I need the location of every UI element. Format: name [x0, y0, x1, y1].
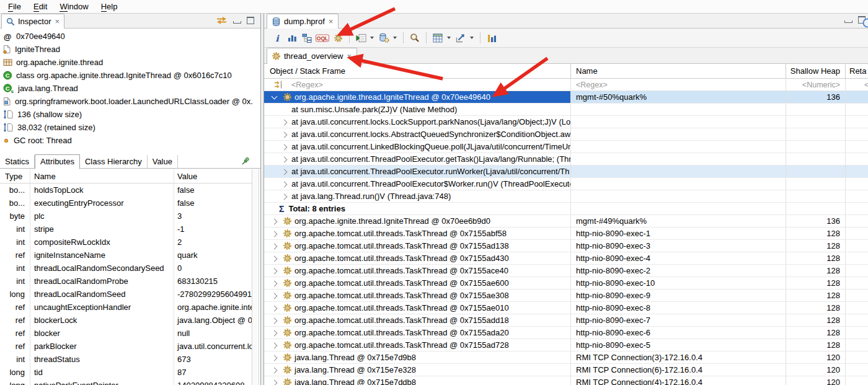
tab-statics[interactable]: Statics: [0, 155, 35, 169]
chevron-right-icon[interactable]: [272, 268, 278, 274]
chevron-right-icon[interactable]: [272, 367, 278, 373]
thread-row[interactable]: java.lang.Thread @ 0x715e7d9b8RMI TCP Co…: [264, 352, 868, 364]
stack-frame-row[interactable]: at java.util.concurrent.locks.LockSuppor…: [264, 116, 868, 128]
thread-row[interactable]: org.apache.tomcat.util.threads.TaskThrea…: [264, 339, 868, 352]
dropdown-arrow-icon[interactable]: [393, 37, 397, 39]
calculator-button[interactable]: [430, 30, 445, 45]
attribute-row[interactable]: bo...executingEntryProcessorfalse: [0, 197, 252, 210]
column-name[interactable]: Name: [571, 64, 786, 78]
dominator-tree-button[interactable]: [299, 30, 314, 45]
chevron-right-icon[interactable]: [272, 243, 278, 249]
chevron-right-icon[interactable]: [272, 218, 278, 224]
menu-window[interactable]: Window: [53, 0, 94, 13]
dropdown-arrow-icon[interactable]: [447, 37, 451, 39]
tab-inspector[interactable]: Inspector ×: [1, 14, 64, 29]
chevron-right-icon[interactable]: [272, 317, 278, 324]
thread-row[interactable]: org.apache.tomcat.util.threads.TaskThrea…: [264, 327, 868, 339]
chevron-right-icon[interactable]: [281, 156, 288, 162]
column-shallow-heap[interactable]: Shallow Heap: [786, 64, 846, 78]
attribute-row[interactable]: intthreadStatus673: [0, 353, 252, 366]
attribute-row[interactable]: intthreadLocalRandomSecondarySeed0: [0, 262, 252, 275]
menu-edit[interactable]: Edit: [27, 0, 53, 13]
info-button[interactable]: i: [270, 30, 285, 45]
maximize-icon[interactable]: [247, 17, 254, 24]
attribute-row[interactable]: longtid87: [0, 366, 252, 379]
chevron-right-icon[interactable]: [281, 169, 288, 175]
stack-frame-row[interactable]: at sun.misc.Unsafe.park(ZJ)V (Native Met…: [264, 104, 868, 116]
close-icon[interactable]: ×: [328, 18, 334, 25]
vertical-scrollbar[interactable]: [252, 169, 259, 385]
histogram-button[interactable]: [285, 30, 299, 45]
attribute-row[interactable]: intcompositeRwLockIdx2: [0, 236, 252, 249]
heap-dump-button[interactable]: [376, 30, 391, 45]
stack-frame-row[interactable]: at java.util.concurrent.ThreadPoolExecut…: [264, 166, 868, 178]
thread-overview-button[interactable]: [330, 30, 345, 45]
tab-value[interactable]: Value: [148, 155, 178, 169]
stack-frame-row[interactable]: at java.lang.Thread.run()V (Thread.java:…: [264, 190, 868, 203]
attribute-row[interactable]: refblockernull: [0, 327, 252, 340]
minimize-icon[interactable]: [844, 20, 852, 23]
compare-button[interactable]: [484, 30, 499, 45]
tab-class-hierarchy[interactable]: Class Hierarchy: [80, 155, 148, 169]
menu-file[interactable]: File: [2, 0, 27, 13]
thread-row[interactable]: java.lang.Thread @ 0x715e7e328RMI TCP Co…: [264, 364, 868, 376]
stack-frame-row[interactable]: at java.util.concurrent.locks.AbstractQu…: [264, 128, 868, 141]
chevron-right-icon[interactable]: [272, 231, 278, 237]
name-filter-input[interactable]: <Regex>: [571, 79, 786, 91]
chevron-right-icon[interactable]: [272, 330, 278, 336]
close-icon[interactable]: ×: [54, 18, 60, 25]
chevron-right-icon[interactable]: [281, 131, 288, 138]
tab-attributes[interactable]: Attributes: [35, 154, 80, 169]
chevron-right-icon[interactable]: [272, 379, 278, 385]
dropdown-arrow-icon[interactable]: [470, 37, 474, 39]
attribute-row[interactable]: longnativeParkEventPointer14020988432060…: [0, 379, 252, 385]
sync-icon[interactable]: [216, 16, 228, 25]
thread-row[interactable]: org.apache.tomcat.util.threads.TaskThrea…: [264, 314, 868, 327]
chevron-right-icon[interactable]: [281, 181, 288, 187]
thread-row[interactable]: java.lang.Thread @ 0x715e7ddb8RMI TCP Co…: [264, 376, 868, 385]
column-retained-heap[interactable]: Reta: [846, 64, 868, 78]
attribute-row[interactable]: intthreadLocalRandomProbe683130215: [0, 275, 252, 288]
column-object-stack-frame[interactable]: Object / Stack Frame: [264, 64, 571, 78]
thread-row[interactable]: org.apache.ignite.thread.IgniteThread @ …: [264, 215, 868, 228]
tab-dump-hprof[interactable]: dump.hprof ×: [267, 14, 339, 29]
chevron-right-icon[interactable]: [281, 119, 288, 125]
thread-row[interactable]: org.apache.tomcat.util.threads.TaskThrea…: [264, 240, 868, 252]
close-icon[interactable]: ×: [346, 53, 352, 60]
attribute-row[interactable]: byteplc3: [0, 210, 252, 223]
minimize-icon[interactable]: [233, 21, 241, 24]
thread-row[interactable]: org.apache.tomcat.util.threads.TaskThrea…: [264, 252, 868, 265]
chevron-right-icon[interactable]: [272, 342, 278, 348]
thread-row[interactable]: org.apache.ignite.thread.IgniteThread @ …: [264, 91, 868, 104]
thread-row[interactable]: org.apache.tomcat.util.threads.TaskThrea…: [264, 265, 868, 277]
attribute-row[interactable]: intstripe-1: [0, 223, 252, 236]
chevron-right-icon[interactable]: [272, 280, 278, 286]
tab-thread-overview[interactable]: thread_overview ×: [267, 48, 357, 64]
thread-row[interactable]: org.apache.tomcat.util.threads.TaskThrea…: [264, 228, 868, 240]
thread-row[interactable]: org.apache.tomcat.util.threads.TaskThrea…: [264, 302, 868, 314]
attribute-row[interactable]: refigniteInstanceNamequark: [0, 249, 252, 262]
retained-filter-input[interactable]: <Numeric>: [846, 79, 868, 91]
attribute-row[interactable]: longthreadLocalRandomSeed-27802992956049…: [0, 288, 252, 301]
export-button[interactable]: [453, 30, 468, 45]
chevron-right-icon[interactable]: [281, 144, 288, 150]
oql-button[interactable]: OQL: [314, 30, 330, 45]
search-button[interactable]: [407, 30, 422, 45]
dropdown-arrow-icon[interactable]: [370, 37, 374, 39]
query-browser-button[interactable]: [353, 30, 368, 45]
menu-help[interactable]: Help: [95, 0, 124, 13]
thread-row[interactable]: org.apache.tomcat.util.threads.TaskThrea…: [264, 277, 868, 290]
attribute-row[interactable]: bo...holdsTopLockfalse: [0, 184, 252, 197]
thread-row[interactable]: org.apache.tomcat.util.threads.TaskThrea…: [264, 290, 868, 302]
pin-icon[interactable]: [241, 157, 250, 166]
attribute-row[interactable]: refuncaughtExceptionHandlerorg.apache.ig…: [0, 301, 252, 314]
chevron-right-icon[interactable]: [281, 193, 288, 200]
stack-frame-row[interactable]: at java.util.concurrent.LinkedBlockingQu…: [264, 141, 868, 153]
attribute-row[interactable]: refparkBlockerjava.util.concurrent.lock: [0, 340, 252, 353]
stack-frame-row[interactable]: at java.util.concurrent.ThreadPoolExecut…: [264, 178, 868, 190]
chevron-right-icon[interactable]: [272, 255, 278, 262]
stack-frame-row[interactable]: at java.util.concurrent.ThreadPoolExecut…: [264, 153, 868, 166]
chevron-right-icon[interactable]: [272, 355, 278, 361]
chevron-right-icon[interactable]: [272, 293, 278, 299]
chevron-right-icon[interactable]: [272, 305, 278, 311]
